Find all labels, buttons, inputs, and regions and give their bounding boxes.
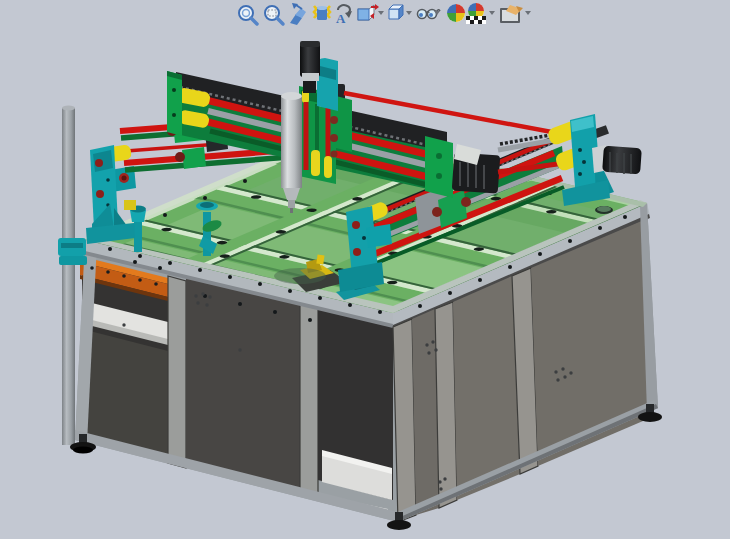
svg-text:A: A — [336, 11, 346, 26]
